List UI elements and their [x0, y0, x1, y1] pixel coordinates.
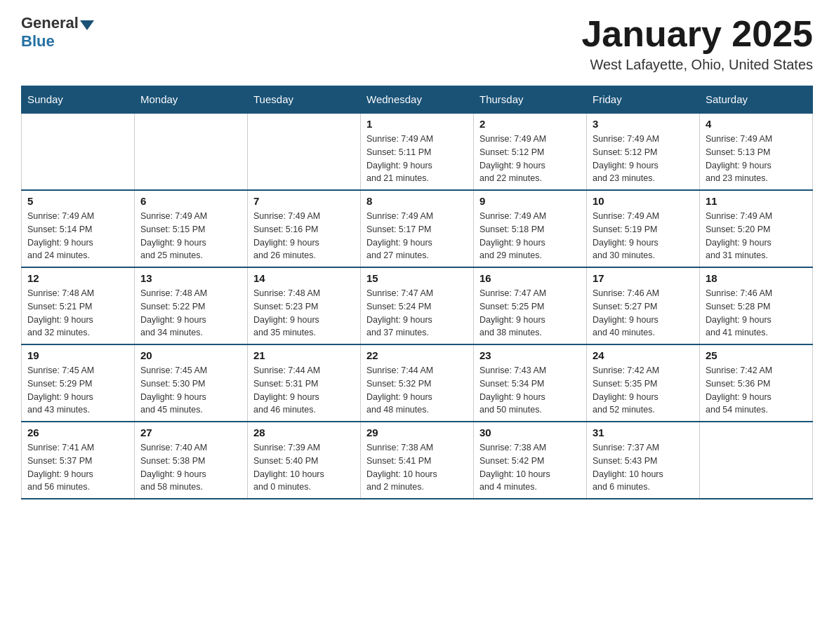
calendar-cell: 25Sunrise: 7:42 AM Sunset: 5:36 PM Dayli…: [700, 344, 813, 422]
day-number: 18: [706, 272, 807, 284]
day-number: 14: [253, 272, 355, 284]
day-number: 26: [27, 427, 128, 438]
calendar-cell: 23Sunrise: 7:43 AM Sunset: 5:34 PM Dayli…: [474, 344, 587, 422]
calendar-title: January 2025: [581, 14, 813, 54]
day-info: Sunrise: 7:38 AM Sunset: 5:41 PM Dayligh…: [366, 441, 468, 494]
calendar-cell: 8Sunrise: 7:49 AM Sunset: 5:17 PM Daylig…: [361, 190, 474, 267]
calendar-cell: 3Sunrise: 7:49 AM Sunset: 5:12 PM Daylig…: [587, 113, 700, 190]
calendar-cell: 29Sunrise: 7:38 AM Sunset: 5:41 PM Dayli…: [361, 422, 474, 499]
day-info: Sunrise: 7:44 AM Sunset: 5:32 PM Dayligh…: [366, 364, 468, 417]
calendar-cell: 6Sunrise: 7:49 AM Sunset: 5:15 PM Daylig…: [135, 190, 248, 267]
day-info: Sunrise: 7:49 AM Sunset: 5:20 PM Dayligh…: [706, 210, 807, 262]
day-info: Sunrise: 7:46 AM Sunset: 5:28 PM Dayligh…: [706, 287, 807, 340]
day-number: 10: [593, 195, 694, 207]
calendar-cell: [22, 113, 135, 190]
weekday-header-thursday: Thursday: [474, 86, 587, 114]
calendar-cell: 16Sunrise: 7:47 AM Sunset: 5:25 PM Dayli…: [474, 267, 587, 344]
calendar-week-row: 5Sunrise: 7:49 AM Sunset: 5:14 PM Daylig…: [22, 190, 813, 267]
day-info: Sunrise: 7:37 AM Sunset: 5:43 PM Dayligh…: [593, 441, 694, 494]
calendar-cell: 17Sunrise: 7:46 AM Sunset: 5:27 PM Dayli…: [587, 267, 700, 344]
day-number: 23: [479, 349, 581, 361]
weekday-header-monday: Monday: [135, 86, 248, 114]
day-number: 1: [366, 118, 468, 130]
day-info: Sunrise: 7:48 AM Sunset: 5:21 PM Dayligh…: [27, 287, 128, 340]
day-info: Sunrise: 7:49 AM Sunset: 5:12 PM Dayligh…: [593, 133, 694, 185]
day-number: 6: [140, 195, 241, 207]
calendar-cell: 24Sunrise: 7:42 AM Sunset: 5:35 PM Dayli…: [587, 344, 700, 422]
day-number: 22: [366, 349, 468, 361]
calendar-cell: [248, 113, 361, 190]
day-number: 5: [27, 195, 128, 207]
calendar-cell: 26Sunrise: 7:41 AM Sunset: 5:37 PM Dayli…: [22, 422, 135, 499]
calendar-cell: 31Sunrise: 7:37 AM Sunset: 5:43 PM Dayli…: [587, 422, 700, 499]
calendar-table: SundayMondayTuesdayWednesdayThursdayFrid…: [21, 86, 813, 499]
calendar-cell: 22Sunrise: 7:44 AM Sunset: 5:32 PM Dayli…: [361, 344, 474, 422]
day-info: Sunrise: 7:40 AM Sunset: 5:38 PM Dayligh…: [140, 441, 241, 494]
calendar-cell: 5Sunrise: 7:49 AM Sunset: 5:14 PM Daylig…: [22, 190, 135, 267]
day-number: 19: [27, 349, 128, 361]
day-number: 9: [479, 195, 581, 207]
weekday-header-sunday: Sunday: [22, 86, 135, 114]
day-info: Sunrise: 7:49 AM Sunset: 5:19 PM Dayligh…: [593, 210, 694, 262]
calendar-cell: 7Sunrise: 7:49 AM Sunset: 5:16 PM Daylig…: [248, 190, 361, 267]
logo: General Blue: [21, 14, 95, 51]
day-info: Sunrise: 7:45 AM Sunset: 5:29 PM Dayligh…: [27, 364, 128, 417]
calendar-cell: 9Sunrise: 7:49 AM Sunset: 5:18 PM Daylig…: [474, 190, 587, 267]
day-info: Sunrise: 7:42 AM Sunset: 5:35 PM Dayligh…: [593, 364, 694, 417]
calendar-cell: 11Sunrise: 7:49 AM Sunset: 5:20 PM Dayli…: [700, 190, 813, 267]
day-number: 2: [479, 118, 581, 130]
calendar-week-row: 12Sunrise: 7:48 AM Sunset: 5:21 PM Dayli…: [22, 267, 813, 344]
calendar-cell: 30Sunrise: 7:38 AM Sunset: 5:42 PM Dayli…: [474, 422, 587, 499]
calendar-cell: [135, 113, 248, 190]
day-number: 3: [593, 118, 694, 130]
calendar-cell: 28Sunrise: 7:39 AM Sunset: 5:40 PM Dayli…: [248, 422, 361, 499]
logo-arrow-icon: [80, 20, 94, 30]
weekday-header-tuesday: Tuesday: [248, 86, 361, 114]
calendar-cell: 14Sunrise: 7:48 AM Sunset: 5:23 PM Dayli…: [248, 267, 361, 344]
day-number: 25: [706, 349, 807, 361]
calendar-week-row: 19Sunrise: 7:45 AM Sunset: 5:29 PM Dayli…: [22, 344, 813, 422]
day-info: Sunrise: 7:49 AM Sunset: 5:15 PM Dayligh…: [140, 210, 241, 262]
day-info: Sunrise: 7:49 AM Sunset: 5:13 PM Dayligh…: [706, 133, 807, 185]
calendar-cell: 10Sunrise: 7:49 AM Sunset: 5:19 PM Dayli…: [587, 190, 700, 267]
day-info: Sunrise: 7:47 AM Sunset: 5:25 PM Dayligh…: [479, 287, 581, 340]
calendar-cell: 19Sunrise: 7:45 AM Sunset: 5:29 PM Dayli…: [22, 344, 135, 422]
calendar-week-row: 26Sunrise: 7:41 AM Sunset: 5:37 PM Dayli…: [22, 422, 813, 499]
page-header: General Blue January 2025 West Lafayette…: [21, 14, 813, 73]
day-info: Sunrise: 7:49 AM Sunset: 5:12 PM Dayligh…: [479, 133, 581, 185]
day-number: 13: [140, 272, 241, 284]
calendar-cell: 2Sunrise: 7:49 AM Sunset: 5:12 PM Daylig…: [474, 113, 587, 190]
day-info: Sunrise: 7:48 AM Sunset: 5:22 PM Dayligh…: [140, 287, 241, 340]
day-number: 29: [366, 427, 468, 438]
day-info: Sunrise: 7:42 AM Sunset: 5:36 PM Dayligh…: [706, 364, 807, 417]
day-number: 17: [593, 272, 694, 284]
day-info: Sunrise: 7:47 AM Sunset: 5:24 PM Dayligh…: [366, 287, 468, 340]
calendar-cell: 18Sunrise: 7:46 AM Sunset: 5:28 PM Dayli…: [700, 267, 813, 344]
calendar-header-row: SundayMondayTuesdayWednesdayThursdayFrid…: [22, 86, 813, 114]
day-number: 27: [140, 427, 241, 438]
day-info: Sunrise: 7:46 AM Sunset: 5:27 PM Dayligh…: [593, 287, 694, 340]
day-info: Sunrise: 7:48 AM Sunset: 5:23 PM Dayligh…: [253, 287, 355, 340]
weekday-header-wednesday: Wednesday: [361, 86, 474, 114]
day-info: Sunrise: 7:49 AM Sunset: 5:18 PM Dayligh…: [479, 210, 581, 262]
day-info: Sunrise: 7:49 AM Sunset: 5:16 PM Dayligh…: [253, 210, 355, 262]
day-number: 11: [706, 195, 807, 207]
day-number: 20: [140, 349, 241, 361]
calendar-cell: 12Sunrise: 7:48 AM Sunset: 5:21 PM Dayli…: [22, 267, 135, 344]
weekday-header-friday: Friday: [587, 86, 700, 114]
day-number: 16: [479, 272, 581, 284]
day-number: 24: [593, 349, 694, 361]
calendar-location: West Lafayette, Ohio, United States: [581, 57, 813, 73]
day-number: 12: [27, 272, 128, 284]
day-number: 31: [593, 427, 694, 438]
day-info: Sunrise: 7:49 AM Sunset: 5:14 PM Dayligh…: [27, 210, 128, 262]
title-block: January 2025 West Lafayette, Ohio, Unite…: [581, 14, 813, 73]
day-number: 30: [479, 427, 581, 438]
day-info: Sunrise: 7:45 AM Sunset: 5:30 PM Dayligh…: [140, 364, 241, 417]
weekday-header-saturday: Saturday: [700, 86, 813, 114]
calendar-cell: 1Sunrise: 7:49 AM Sunset: 5:11 PM Daylig…: [361, 113, 474, 190]
day-info: Sunrise: 7:38 AM Sunset: 5:42 PM Dayligh…: [479, 441, 581, 494]
calendar-cell: 13Sunrise: 7:48 AM Sunset: 5:22 PM Dayli…: [135, 267, 248, 344]
day-number: 15: [366, 272, 468, 284]
day-number: 7: [253, 195, 355, 207]
